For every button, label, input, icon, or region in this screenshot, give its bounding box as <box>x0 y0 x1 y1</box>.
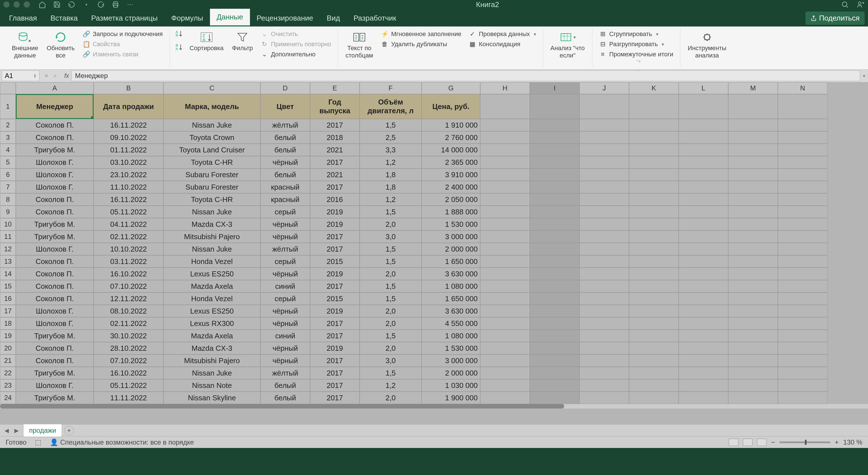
col-header-F[interactable]: F <box>360 82 422 94</box>
data-cell[interactable]: Шолохов Г. <box>16 168 94 181</box>
cell[interactable] <box>530 292 580 305</box>
ungroup-button[interactable]: ⊟Разгруппировать▾ <box>597 40 675 49</box>
queries-connections-button[interactable]: 🔗Запросы и подключения <box>81 30 164 38</box>
cell[interactable] <box>778 144 828 156</box>
cell[interactable] <box>480 342 530 354</box>
share-button[interactable]: Поделиться <box>805 11 865 25</box>
data-cell[interactable]: 2021 <box>310 168 360 181</box>
cell[interactable] <box>580 342 629 354</box>
properties-button[interactable]: 📋Свойства <box>81 40 164 49</box>
data-cell[interactable]: 2018 <box>310 131 360 144</box>
cell[interactable] <box>580 255 629 267</box>
data-cell[interactable]: Шолохов Г. <box>16 317 94 329</box>
data-cell[interactable]: 09.10.2022 <box>94 131 163 144</box>
cell[interactable] <box>480 218 530 230</box>
col-header-A[interactable]: A <box>16 82 94 94</box>
header-cell[interactable]: Менеджер <box>16 94 94 119</box>
data-cell[interactable]: 2019 <box>310 342 360 354</box>
cell[interactable] <box>530 255 580 267</box>
page-layout-view-button[interactable] <box>743 439 752 446</box>
cell[interactable] <box>629 305 679 317</box>
data-cell[interactable]: 3,3 <box>360 144 422 156</box>
row-header-1[interactable]: 1 <box>0 94 16 119</box>
data-cell[interactable]: Соколов П. <box>16 342 94 354</box>
print-icon[interactable] <box>112 1 120 8</box>
data-cell[interactable]: чёрный <box>260 218 310 230</box>
data-cell[interactable]: чёрный <box>260 354 310 367</box>
tab-data[interactable]: Данные <box>210 9 250 27</box>
data-cell[interactable]: 2019 <box>310 205 360 218</box>
data-cell[interactable]: чёрный <box>260 342 310 354</box>
cell[interactable] <box>728 243 778 255</box>
cell[interactable] <box>728 193 778 205</box>
cell[interactable] <box>679 305 728 317</box>
data-cell[interactable]: 11.10.2022 <box>94 181 163 193</box>
data-cell[interactable]: 1,5 <box>360 119 422 131</box>
cell[interactable] <box>778 181 828 193</box>
cell[interactable] <box>728 280 778 292</box>
data-cell[interactable]: серый <box>260 205 310 218</box>
cell[interactable] <box>580 391 629 404</box>
data-cell[interactable]: Honda Vezel <box>163 292 260 305</box>
data-cell[interactable]: Nissan Juke <box>163 119 260 131</box>
macro-record-icon[interactable]: ⬚ <box>35 438 41 446</box>
data-cell[interactable]: 1,5 <box>360 280 422 292</box>
row-header-18[interactable]: 18 <box>0 317 16 329</box>
cell[interactable] <box>580 292 629 305</box>
cell[interactable] <box>580 193 629 205</box>
data-cell[interactable]: Nissan Juke <box>163 367 260 379</box>
cell[interactable] <box>530 354 580 367</box>
refresh-all-button[interactable]: Обновить все <box>44 30 77 61</box>
data-cell[interactable]: 16.10.2022 <box>94 267 163 280</box>
home-icon[interactable] <box>38 1 46 8</box>
cell[interactable] <box>679 131 728 144</box>
cell[interactable] <box>629 156 679 168</box>
tab-formulas[interactable]: Формулы <box>164 10 210 27</box>
cell[interactable] <box>629 218 679 230</box>
accept-formula-icon[interactable]: ✓ <box>53 73 57 78</box>
data-cell[interactable]: Mazda CX-3 <box>163 218 260 230</box>
data-cell[interactable]: синий <box>260 329 310 342</box>
data-cell[interactable]: Соколов П. <box>16 267 94 280</box>
data-cell[interactable]: 1,5 <box>360 205 422 218</box>
cell[interactable] <box>480 367 530 379</box>
cell[interactable] <box>580 144 629 156</box>
cell[interactable] <box>778 193 828 205</box>
data-cell[interactable]: 3 910 000 <box>422 168 480 181</box>
cell[interactable] <box>629 267 679 280</box>
cell[interactable] <box>778 379 828 391</box>
data-cell[interactable]: 05.11.2022 <box>94 379 163 391</box>
cell[interactable] <box>480 119 530 131</box>
data-cell[interactable]: Тригубов М. <box>16 230 94 243</box>
cell[interactable] <box>580 367 629 379</box>
add-sheet-button[interactable]: + <box>64 426 74 435</box>
data-cell[interactable]: 2019 <box>310 305 360 317</box>
cell[interactable] <box>530 94 580 119</box>
advanced-filter-button[interactable]: ⌄Дополнительно <box>259 50 333 59</box>
cell[interactable] <box>679 329 728 342</box>
cell[interactable] <box>530 267 580 280</box>
cell[interactable] <box>728 267 778 280</box>
cell[interactable] <box>679 391 728 404</box>
data-cell[interactable]: 2017 <box>310 119 360 131</box>
subtotal-button[interactable]: ≡Промежуточные итоги <box>597 50 675 59</box>
cell[interactable] <box>480 305 530 317</box>
header-cell[interactable]: Объём двигателя, л <box>360 94 422 119</box>
cell[interactable] <box>728 342 778 354</box>
cell[interactable] <box>580 156 629 168</box>
col-header-J[interactable]: J <box>580 82 629 94</box>
data-cell[interactable]: чёрный <box>260 267 310 280</box>
row-header-7[interactable]: 7 <box>0 181 16 193</box>
row-header-15[interactable]: 15 <box>0 280 16 292</box>
cell[interactable] <box>679 342 728 354</box>
data-cell[interactable]: 2,5 <box>360 131 422 144</box>
data-cell[interactable]: 30.10.2022 <box>94 329 163 342</box>
cell[interactable] <box>530 144 580 156</box>
data-cell[interactable]: 2017 <box>310 367 360 379</box>
data-cell[interactable]: жёлтый <box>260 367 310 379</box>
row-header-5[interactable]: 5 <box>0 156 16 168</box>
cell[interactable] <box>580 329 629 342</box>
data-cell[interactable]: 3,0 <box>360 354 422 367</box>
row-header-20[interactable]: 20 <box>0 342 16 354</box>
cell[interactable] <box>530 329 580 342</box>
